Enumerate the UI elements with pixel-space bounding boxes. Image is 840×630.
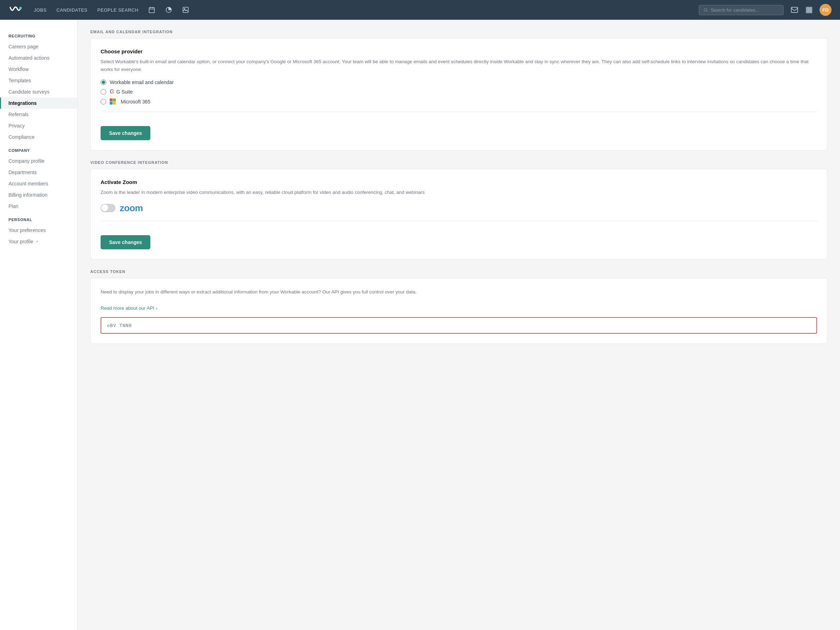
svg-point-8 xyxy=(704,8,707,11)
gsuite-logo: G G Suite xyxy=(110,89,133,95)
image-icon[interactable] xyxy=(182,6,189,13)
radio-workable-label: Workable email and calendar xyxy=(110,79,174,85)
gsuite-label: G Suite xyxy=(116,89,133,95)
email-card: Choose provider Select Workable's built-… xyxy=(90,38,827,150)
sidebar-item-account-members[interactable]: Account members xyxy=(0,178,77,189)
radio-workable[interactable]: Workable email and calendar xyxy=(101,79,817,85)
calendar-icon[interactable] xyxy=(148,6,155,13)
sidebar-item-workflow[interactable]: Workflow xyxy=(0,63,77,75)
svg-rect-18 xyxy=(808,11,810,13)
svg-point-7 xyxy=(184,8,185,9)
radio-workable-input[interactable] xyxy=(101,79,106,85)
sidebar-item-departments[interactable]: Departments xyxy=(0,167,77,178)
token-card-description: Need to display your jobs in different w… xyxy=(101,288,817,296)
sidebar-item-candidate-surveys[interactable]: Candidate surveys xyxy=(0,86,77,98)
token-card: Need to display your jobs in different w… xyxy=(90,278,827,344)
email-provider-options: Workable email and calendar G G Suite xyxy=(101,79,817,104)
sidebar-section-recruiting: RECRUITING xyxy=(0,28,77,41)
sidebar-item-integrations[interactable]: Integrations xyxy=(0,98,77,109)
search-input[interactable] xyxy=(711,8,779,13)
nav-candidates[interactable]: CANDIDATES xyxy=(57,8,87,13)
external-link-icon: ↗ xyxy=(35,239,38,244)
toggle-knob xyxy=(101,204,108,212)
token-section-header: ACCESS TOKEN xyxy=(90,269,827,274)
svg-rect-14 xyxy=(807,9,808,11)
svg-rect-16 xyxy=(810,9,812,11)
sidebar-item-company-profile[interactable]: Company profile xyxy=(0,155,77,167)
radio-gsuite[interactable]: G G Suite xyxy=(101,89,817,95)
sidebar-section-personal: PERSONAL xyxy=(0,212,77,225)
video-card-title: Activate Zoom xyxy=(101,179,817,185)
svg-rect-19 xyxy=(810,11,812,13)
sidebar-item-plan[interactable]: Plan xyxy=(0,201,77,212)
chevron-right-icon: › xyxy=(156,306,157,311)
svg-rect-6 xyxy=(183,8,188,13)
ms-sq-red xyxy=(110,98,112,101)
email-card-title: Choose provider xyxy=(101,48,817,54)
sidebar-item-referrals[interactable]: Referrals xyxy=(0,109,77,120)
email-save-button[interactable]: Save changes xyxy=(101,126,150,140)
svg-point-0 xyxy=(19,7,22,9)
svg-rect-13 xyxy=(810,8,812,9)
api-link-label: Read more about our API xyxy=(101,306,154,311)
svg-rect-12 xyxy=(808,8,810,9)
search-bar[interactable] xyxy=(699,5,783,15)
nav-people-search[interactable]: PEOPLE SEARCH xyxy=(98,8,138,13)
nav-links: JOBS CANDIDATES PEOPLE SEARCH xyxy=(34,6,189,13)
api-link-wrap: Read more about our API › xyxy=(101,302,817,311)
sidebar-item-your-preferences[interactable]: Your preferences xyxy=(0,225,77,236)
svg-rect-11 xyxy=(807,8,808,9)
sidebar-item-billing[interactable]: Billing information xyxy=(0,189,77,201)
chart-icon[interactable] xyxy=(165,6,172,13)
top-nav: JOBS CANDIDATES PEOPLE SEARCH FD xyxy=(0,0,840,20)
radio-gsuite-input[interactable] xyxy=(101,89,106,95)
svg-rect-10 xyxy=(791,8,797,13)
ms-sq-yellow xyxy=(113,102,116,104)
main-content: EMAIL AND CALENDAR INTEGRATION Choose pr… xyxy=(77,20,840,630)
svg-rect-1 xyxy=(149,8,155,13)
video-card-description: Zoom is the leader in modern enterprise … xyxy=(101,188,817,196)
gsuite-g-letter: G xyxy=(110,89,114,95)
ms365-label: Microsoft 365 xyxy=(121,99,150,104)
svg-line-9 xyxy=(707,11,707,11)
logo[interactable] xyxy=(8,5,22,15)
ms-sq-green xyxy=(113,98,116,101)
sidebar-item-your-profile[interactable]: Your profile ↗ xyxy=(0,236,77,247)
zoom-toggle[interactable] xyxy=(101,204,115,212)
video-section-header: VIDEO CONFERENCE INTEGRATION xyxy=(90,160,827,165)
ms-logo xyxy=(110,98,116,104)
sidebar-item-compliance[interactable]: Compliance xyxy=(0,131,77,142)
sidebar-section-company: COMPANY xyxy=(0,142,77,155)
avatar[interactable]: FD xyxy=(819,4,832,16)
email-section-header: EMAIL AND CALENDAR INTEGRATION xyxy=(90,30,827,34)
svg-rect-15 xyxy=(808,9,810,11)
svg-rect-17 xyxy=(807,11,808,13)
radio-ms365-input[interactable] xyxy=(101,99,106,104)
radio-ms365[interactable]: Microsoft 365 xyxy=(101,98,817,104)
sidebar-item-automated-actions[interactable]: Automated actions xyxy=(0,52,77,63)
video-save-button[interactable]: Save changes xyxy=(101,235,150,249)
zoom-toggle-wrap: zoom xyxy=(101,203,817,214)
video-card: Activate Zoom Zoom is the leader in mode… xyxy=(90,169,827,260)
mail-icon[interactable] xyxy=(791,6,798,14)
access-token-field[interactable]: oBV TNN0 xyxy=(101,317,817,334)
grid-icon[interactable] xyxy=(805,6,813,13)
zoom-logo-text: zoom xyxy=(120,203,143,214)
nav-right: FD xyxy=(699,4,832,16)
sidebar-item-careers-page[interactable]: Careers page xyxy=(0,41,77,52)
sidebar-item-privacy[interactable]: Privacy xyxy=(0,120,77,131)
ms-sq-blue xyxy=(110,102,112,104)
nav-jobs[interactable]: JOBS xyxy=(34,8,47,13)
api-link[interactable]: Read more about our API › xyxy=(101,306,157,311)
email-card-description: Select Workable's built-in email and cal… xyxy=(101,58,817,73)
sidebar: RECRUITING Careers page Automated action… xyxy=(0,20,77,630)
sidebar-item-templates[interactable]: Templates xyxy=(0,75,77,86)
